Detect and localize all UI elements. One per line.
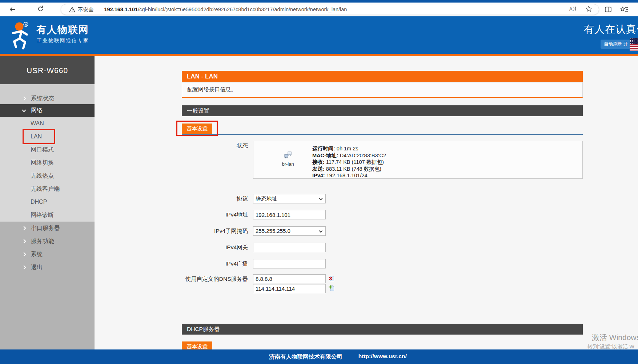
status-line: 接收: 117.74 KB (1107 数据包) xyxy=(312,159,386,166)
us-flag-icon[interactable] xyxy=(630,38,638,51)
sidebar: USR-W660 系统状态 网络 WAN LAN 网口模式 网络切换 无线热点 … xyxy=(0,56,95,349)
status-details: 运行时间: 0h 1m 2s MAC-地址: D4:AD:20:83:B3:C2… xyxy=(312,141,386,178)
add-dns-icon[interactable] xyxy=(329,285,335,293)
remove-dns-icon[interactable] xyxy=(329,275,335,283)
windows-activation-watermark-line1: 激活 Windows xyxy=(592,332,638,343)
header-slogan: 有人在认真做 xyxy=(584,23,638,36)
status-line: 运行时间: 0h 1m 2s xyxy=(312,145,386,152)
status-line: IPv4: 192.168.1.101/24 xyxy=(312,172,386,179)
svg-text:A: A xyxy=(569,6,573,12)
site-info-warning-icon[interactable] xyxy=(69,7,75,13)
footer: 济南有人物联网技术有限公司 http://www.usr.cn/ xyxy=(0,349,638,364)
address-bar[interactable]: 不安全 192.168.1.101/cgi-bin/luci/;stok=6e5… xyxy=(61,4,599,15)
gateway-label: IPv4网关 xyxy=(182,243,248,252)
dns-input-2[interactable] xyxy=(253,284,326,293)
brand-subtitle: 工业物联网通信专家 xyxy=(37,37,89,44)
chevron-right-icon xyxy=(22,239,26,243)
sidebar-item-label: 系统 xyxy=(31,251,43,258)
sidebar-item-label: 退出 xyxy=(31,264,43,271)
sidebar-item-serial-server[interactable]: 串口服务器 xyxy=(0,222,95,235)
refresh-icon[interactable] xyxy=(37,5,44,14)
windows-activation-watermark-line2: 转到“设置”以激活 W xyxy=(587,343,634,349)
section-general-settings: 一般设置 xyxy=(182,105,583,116)
ipv4-gateway-input[interactable] xyxy=(253,243,326,252)
sidebar-item-network-switch[interactable]: 网络切换 xyxy=(0,156,95,169)
interface-name: br-lan xyxy=(268,161,308,167)
page: 不安全 192.168.1.101/cgi-bin/luci/;stok=6e5… xyxy=(0,0,638,364)
back-icon[interactable] xyxy=(9,6,16,15)
protocol-label: 协议 xyxy=(182,194,248,203)
page-title: LAN - LAN xyxy=(182,71,583,82)
footer-website-link[interactable]: http://www.usr.cn/ xyxy=(358,353,407,361)
status-line: 发送: 883.11 KB (748 数据包) xyxy=(312,166,386,173)
device-name: USR-W660 xyxy=(0,56,95,84)
url-text[interactable]: 192.168.1.101/cgi-bin/luci/;stok=6e59500… xyxy=(104,7,570,12)
status-box: br-lan 运行时间: 0h 1m 2s MAC-地址: D4:AD:20:8… xyxy=(253,141,583,179)
netmask-row: IPv4子网掩码 255.255.255.0 xyxy=(182,226,326,236)
sidebar-item-port-mode[interactable]: 网口模式 xyxy=(0,143,95,156)
dns-input-1[interactable] xyxy=(253,274,326,283)
sidebar-item-label: 系统状态 xyxy=(31,95,54,102)
svg-text:R: R xyxy=(25,23,27,27)
chevron-down-icon xyxy=(22,108,26,112)
netmask-value: 255.255.255.0 xyxy=(256,228,290,234)
annotation-box-basic-tab xyxy=(176,121,218,136)
sidebar-item-label: 串口服务器 xyxy=(31,225,60,232)
chevron-down-icon xyxy=(319,197,323,201)
site-header: R 有人物联网 工业物联网通信专家 有人在认真做 自动刷新 开 xyxy=(0,16,638,56)
browser-top-strip xyxy=(0,0,638,3)
tab-basic-settings-dhcp[interactable]: 基本设置 xyxy=(182,341,212,349)
ethernet-bridge-icon xyxy=(284,154,292,160)
tab-underline xyxy=(182,134,583,135)
netmask-label: IPv4子网掩码 xyxy=(182,226,248,236)
protocol-select[interactable]: 静态地址 xyxy=(253,194,326,203)
sidebar-item-network-diagnosis[interactable]: 网络诊断 xyxy=(0,209,95,222)
url-path: /cgi-bin/luci/;stok=6e59500d2db2e926267c… xyxy=(138,7,347,12)
sidebar-item-label: 网络 xyxy=(31,107,43,114)
sidebar-item-network[interactable]: 网络 xyxy=(0,104,95,117)
sidebar-gap xyxy=(0,84,95,93)
status-line: MAC-地址: D4:AD:20:83:B3:C2 xyxy=(312,152,386,159)
sidebar-item-wan[interactable]: WAN xyxy=(0,117,95,130)
ipv4-address-input[interactable] xyxy=(253,210,326,219)
broadcast-label: IPv4广播 xyxy=(182,259,248,268)
brand-title: 有人物联网 xyxy=(36,23,89,36)
address-divider xyxy=(99,7,99,12)
sidebar-item-wireless-hotspot[interactable]: 无线热点 xyxy=(0,169,95,182)
section-dhcp-server: DHCP服务器 xyxy=(182,324,583,335)
annotation-box-lan xyxy=(23,129,55,144)
protocol-value: 静态地址 xyxy=(256,195,277,202)
favorite-star-icon[interactable] xyxy=(585,5,592,14)
dns-row: 使用自定义的DNS服务器 xyxy=(182,274,326,293)
protocol-row: 协议 静态地址 xyxy=(182,194,326,203)
sidebar-item-label: 服务功能 xyxy=(31,238,54,245)
browser-chrome: 不安全 192.168.1.101/cgi-bin/luci/;stok=6e5… xyxy=(0,0,638,16)
ipv4-address-label: IPv4地址 xyxy=(182,210,248,219)
netmask-select[interactable]: 255.255.255.0 xyxy=(253,226,326,236)
main-area: LAN - LAN 配置网络接口信息。 一般设置 基本设置 状态 xyxy=(95,56,638,349)
chevron-right-icon xyxy=(22,96,26,100)
footer-company: 济南有人物联网技术有限公司 xyxy=(269,353,342,361)
sidebar-item-wireless-client[interactable]: 无线客户端 xyxy=(0,182,95,195)
sidebar-item-system[interactable]: 系统 xyxy=(0,248,95,261)
url-domain: 192.168.1.101 xyxy=(104,7,138,12)
auto-refresh-toggle[interactable]: 自动刷新 开 xyxy=(601,40,631,49)
gateway-row: IPv4网关 xyxy=(182,243,326,252)
chevron-down-icon xyxy=(319,229,323,233)
status-row: 状态 br-lan xyxy=(182,141,583,179)
sidebar-item-system-status[interactable]: 系统状态 xyxy=(0,93,95,104)
chevron-right-icon xyxy=(22,252,26,256)
ipv4-broadcast-input[interactable] xyxy=(253,259,326,268)
security-label: 不安全 xyxy=(78,6,94,13)
usr-logo-icon: R xyxy=(9,21,33,52)
chevron-right-icon xyxy=(22,226,26,230)
split-screen-icon[interactable] xyxy=(605,6,612,15)
read-aloud-icon[interactable]: A xyxy=(569,5,577,13)
sidebar-item-dhcp[interactable]: DHCP xyxy=(0,195,95,209)
status-label: 状态 xyxy=(182,141,248,150)
collections-icon[interactable] xyxy=(620,6,628,15)
chevron-right-icon xyxy=(22,265,26,269)
ipv4-address-row: IPv4地址 xyxy=(182,210,326,219)
sidebar-item-logout[interactable]: 退出 xyxy=(0,261,95,274)
sidebar-item-services[interactable]: 服务功能 xyxy=(0,235,95,248)
